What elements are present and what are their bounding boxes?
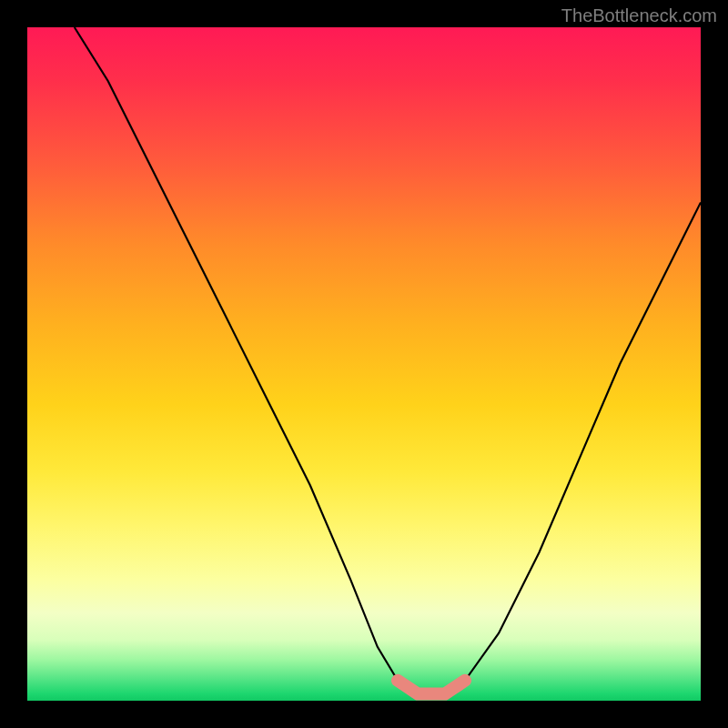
watermark-text: TheBottleneck.com xyxy=(561,5,717,26)
highlight-path xyxy=(398,681,465,694)
curve-path xyxy=(75,27,701,694)
plot-area xyxy=(27,27,701,701)
line-chart xyxy=(27,27,701,701)
chart-container: TheBottleneck.com xyxy=(0,0,728,728)
